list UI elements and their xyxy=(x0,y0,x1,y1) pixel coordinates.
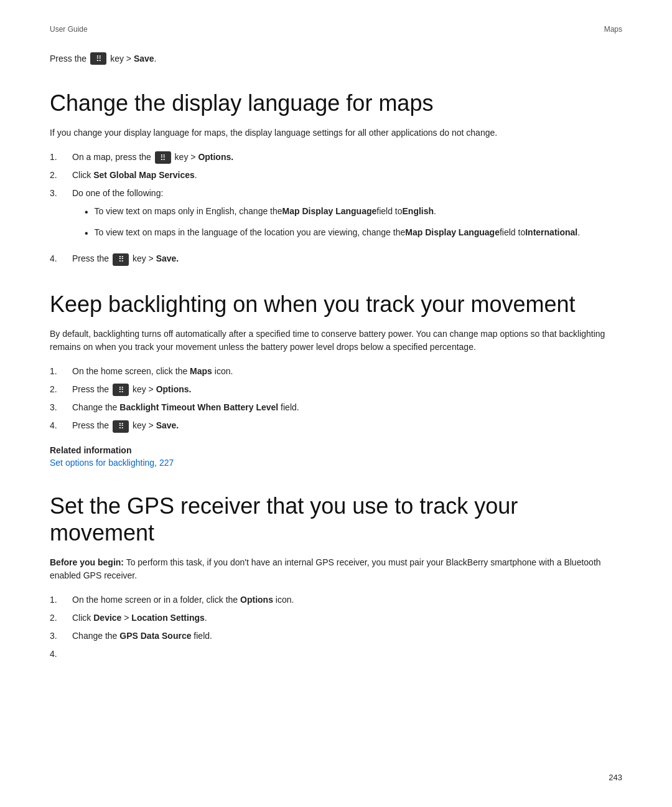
section3-before-begin: Before you begin: To perform this task, … xyxy=(50,556,622,582)
step-content: Click Device > Location Settings. xyxy=(72,611,622,625)
section1-steps: 1. On a map, press the key > Options. 2.… xyxy=(50,151,622,266)
section2-step2: 2. Press the key > Options. xyxy=(50,383,622,396)
section-gps-receiver: Set the GPS receiver that you use to tra… xyxy=(50,493,622,661)
section2-step4: 4. Press the key > Save. xyxy=(50,419,622,432)
step-num: 1. xyxy=(50,365,72,378)
page-header: User Guide Maps xyxy=(50,25,622,34)
step-content: Press the key > Save. xyxy=(72,252,622,265)
step-content: Click Set Global Map Services. xyxy=(72,169,622,182)
intro-press-after: key > Save. xyxy=(110,54,156,64)
menu-key-icon xyxy=(90,52,106,65)
bullet-item: To view text on maps only in English, ch… xyxy=(85,205,622,220)
before-begin-bold: Before you begin: xyxy=(50,557,124,567)
menu-key-icon xyxy=(155,151,171,164)
bullet-item: To view text on maps in the language of … xyxy=(85,226,622,241)
section2-step3: 3. Change the Backlight Timeout When Bat… xyxy=(50,401,622,414)
section2-title: Keep backlighting on when you track your… xyxy=(50,291,622,318)
section2-steps: 1. On the home screen, click the Maps ic… xyxy=(50,365,622,433)
section3-title: Set the GPS receiver that you use to tra… xyxy=(50,493,622,546)
step-num: 2. xyxy=(50,169,72,182)
step-num: 3. xyxy=(50,187,72,200)
intro-press-line: Press the key > Save. xyxy=(50,52,622,65)
step-num: 4. xyxy=(50,419,72,432)
section3-steps: 1. On the home screen or in a folder, cl… xyxy=(50,593,622,661)
step-num: 1. xyxy=(50,593,72,606)
section3-step1: 1. On the home screen or in a folder, cl… xyxy=(50,593,622,606)
step-content: On the home screen, click the Maps icon. xyxy=(72,365,622,378)
section2-step1: 1. On the home screen, click the Maps ic… xyxy=(50,365,622,378)
section1-step2: 2. Click Set Global Map Services. xyxy=(50,169,622,182)
step-content: Change the Backlight Timeout When Batter… xyxy=(72,401,622,414)
section1-step4: 4. Press the key > Save. xyxy=(50,252,622,265)
menu-key-icon xyxy=(113,253,129,266)
section1-step1: 1. On a map, press the key > Options. xyxy=(50,151,622,164)
step-content: On the home screen or in a folder, click… xyxy=(72,593,622,606)
intro-press-before: Press the xyxy=(50,54,86,64)
step-num: 4. xyxy=(50,252,72,265)
section1-description: If you change your display language for … xyxy=(50,126,622,139)
step-content: Press the key > Options. xyxy=(72,383,622,396)
related-info-label: Related information xyxy=(50,445,622,455)
before-begin-text: To perform this task, if you don't have … xyxy=(50,557,601,580)
step-content: Change the GPS Data Source field. xyxy=(72,630,622,643)
step-num: 2. xyxy=(50,383,72,396)
page-number: 243 xyxy=(609,773,622,782)
section3-step2: 2. Click Device > Location Settings. xyxy=(50,611,622,625)
section1-title: Change the display language for maps xyxy=(50,90,622,116)
related-info-link[interactable]: Set options for backlighting, 227 xyxy=(50,458,174,468)
related-information: Related information Set options for back… xyxy=(50,445,622,468)
step-num: 1. xyxy=(50,151,72,164)
step-num: 4. xyxy=(50,648,72,661)
section3-step4: 4. xyxy=(50,648,622,661)
section-backlighting: Keep backlighting on when you track your… xyxy=(50,291,622,468)
section-display-language: Change the display language for maps If … xyxy=(50,90,622,266)
header-right: Maps xyxy=(604,25,622,34)
section1-step3: 3. Do one of the following: To view text… xyxy=(50,187,622,247)
step-num: 2. xyxy=(50,611,72,625)
step-num: 3. xyxy=(50,630,72,643)
section1-bullets: To view text on maps only in English, ch… xyxy=(85,205,622,241)
step-content: Press the key > Save. xyxy=(72,419,622,432)
header-left: User Guide xyxy=(50,25,88,34)
step-content: On a map, press the key > Options. xyxy=(72,151,622,164)
step-num: 3. xyxy=(50,401,72,414)
menu-key-icon xyxy=(113,384,129,396)
step-content: Do one of the following: To view text on… xyxy=(72,187,622,247)
section2-description: By default, backlighting turns off autom… xyxy=(50,328,622,354)
menu-key-icon xyxy=(113,420,129,433)
section3-step3: 3. Change the GPS Data Source field. xyxy=(50,630,622,643)
